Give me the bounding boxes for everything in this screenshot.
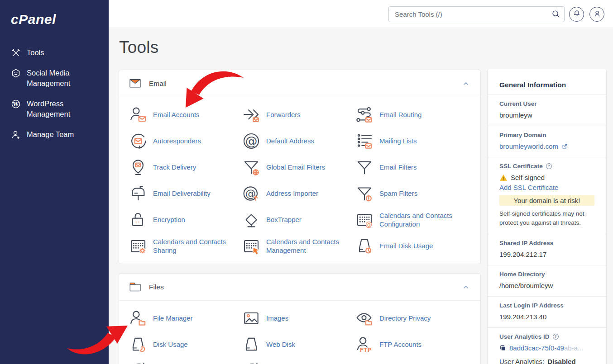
svg-text:?: ? [548, 164, 550, 168]
search-icon[interactable] [551, 9, 561, 19]
tool-item[interactable]: Global Email Filters [242, 154, 355, 180]
tool-link[interactable]: Forwarders [266, 110, 301, 119]
tool-link[interactable]: Directory Privacy [379, 314, 431, 323]
email-tools-grid: Email Accounts Forwarders Email Routing … [119, 97, 480, 259]
current-user-block: Current User broumleyw [488, 95, 606, 126]
tool-item[interactable] [242, 358, 355, 364]
notifications-button[interactable] [569, 7, 584, 22]
tool-item[interactable]: Disk Usage [129, 331, 242, 358]
tool-item[interactable]: Email Accounts [129, 102, 242, 128]
collapse-chevron-icon[interactable] [461, 79, 470, 88]
spam-filters-icon [355, 184, 374, 203]
tool-link[interactable]: Calendars and Contacts Sharing [153, 237, 237, 255]
tool-link[interactable]: Calendars and Contacts Management [266, 237, 350, 255]
primary-domain-label: Primary Domain [499, 132, 594, 138]
svg-text:?: ? [555, 335, 556, 339]
tool-item[interactable]: Email Filters [355, 154, 477, 180]
general-information-panel: General Information Current User broumle… [487, 69, 607, 364]
sidebar-item[interactable]: Tools [0, 43, 109, 63]
tool-link[interactable]: Images [266, 314, 288, 323]
general-information-title: General Information [488, 69, 606, 95]
tool-link[interactable]: Track Delivery [153, 163, 196, 172]
tool-link[interactable]: Web Disk [266, 340, 295, 349]
collapse-chevron-icon[interactable] [461, 283, 470, 292]
help-icon[interactable]: ? [552, 333, 559, 340]
tool-item[interactable] [129, 358, 242, 364]
home-directory-block: Home Directory /home/broumleyw [488, 265, 606, 296]
tool-item[interactable]: Mailing Lists [355, 128, 477, 154]
tool-link[interactable]: Disk Usage [153, 340, 188, 349]
tool-link[interactable]: Autoresponders [153, 137, 201, 146]
tool-item[interactable]: Autoresponders [129, 128, 242, 154]
topbar [109, 0, 613, 28]
search-input[interactable] [388, 6, 565, 22]
tool-link[interactable]: Encryption [153, 215, 185, 224]
primary-domain-link[interactable]: broumleyworld.com [499, 142, 558, 150]
tool-link[interactable]: Global Email Filters [266, 163, 325, 172]
partial-backup-icon [242, 361, 261, 364]
cpanel-logo[interactable]: cPanel [0, 0, 109, 27]
tool-item[interactable]: Calendars and Contacts Management [242, 233, 355, 259]
tool-link[interactable]: Email Routing [379, 110, 421, 119]
svg-text:W: W [13, 101, 19, 107]
tool-item[interactable]: Web Disk [242, 331, 355, 358]
web-disk-icon [242, 335, 261, 354]
svg-text:@: @ [365, 221, 372, 229]
tool-link[interactable]: Spam Filters [379, 189, 417, 198]
global-email-filters-icon [242, 158, 261, 177]
user-analytics-status-value: Disabled [547, 358, 576, 364]
add-ssl-certificate-link[interactable]: Add SSL Certificate [499, 184, 558, 191]
account-button[interactable] [589, 7, 604, 22]
user-icon [593, 9, 602, 20]
nav-tools-icon [11, 48, 21, 58]
sidebar: cPanel Tools Social Media Management W W… [0, 0, 109, 364]
tool-item[interactable]: Images [242, 305, 355, 331]
tool-item[interactable]: BoxTrapper [242, 207, 355, 233]
sidebar-item[interactable]: W WordPress Management [0, 94, 109, 124]
tool-item[interactable]: @ Address Importer [242, 180, 355, 207]
email-section-header[interactable]: Email [119, 70, 480, 97]
tool-link[interactable]: BoxTrapper [266, 215, 302, 224]
copy-icon[interactable] [499, 345, 506, 351]
tool-link[interactable]: Email Deliverability [153, 189, 211, 198]
tool-link[interactable]: Email Filters [379, 163, 417, 172]
help-icon[interactable]: ? [546, 163, 552, 170]
tool-item[interactable]: Calendars and Contacts Sharing [129, 233, 242, 259]
tool-link[interactable]: Email Accounts [153, 110, 200, 119]
tool-link[interactable]: File Manager [153, 314, 193, 323]
current-user-label: Current User [499, 100, 594, 107]
tool-link[interactable]: Mailing Lists [379, 137, 417, 146]
ssl-status-text: Self-signed [511, 174, 545, 181]
tool-item[interactable]: @ Default Address [242, 128, 355, 154]
user-analytics-id-value[interactable]: 8add3cac-75f0-49ab-a... [509, 344, 583, 352]
forwarders-icon [242, 105, 261, 124]
tool-item[interactable]: Email Routing [355, 102, 477, 128]
tool-item[interactable]: FTP FTP Accounts [355, 331, 477, 358]
files-section-header[interactable]: Files [119, 274, 480, 301]
tool-item[interactable] [355, 358, 477, 364]
external-link-icon[interactable] [561, 143, 568, 150]
tool-item[interactable]: Forwarders [242, 102, 355, 128]
tool-item[interactable]: @ Calendars and Contacts Configuration [355, 207, 477, 233]
primary-domain-block: Primary Domain broumleyworld.com [488, 126, 606, 157]
tool-item[interactable]: Email Disk Usage [355, 233, 477, 259]
autoresponders-icon [129, 132, 148, 151]
images-icon [242, 309, 261, 328]
tool-link[interactable]: Address Importer [266, 189, 318, 198]
tool-item[interactable]: Track Delivery [129, 154, 242, 180]
tool-link[interactable]: Default Address [266, 137, 314, 146]
tool-item[interactable]: Spam Filters [355, 180, 477, 207]
tool-item[interactable]: Directory Privacy [355, 305, 477, 331]
tool-item[interactable]: File Manager [129, 305, 242, 331]
bell-icon [572, 9, 581, 20]
nav-social-icon [11, 68, 21, 78]
tool-item[interactable]: Encryption [129, 207, 242, 233]
page-title: Tools [119, 38, 158, 57]
tool-link[interactable]: Calendars and Contacts Configuration [379, 211, 463, 229]
tool-link[interactable]: FTP Accounts [379, 340, 421, 349]
tool-link[interactable]: Email Disk Usage [379, 241, 433, 251]
sidebar-item[interactable]: Social Media Management [0, 63, 109, 94]
sidebar-item[interactable]: Manage Team [0, 124, 109, 145]
nav-team-icon [11, 130, 21, 140]
tool-item[interactable]: Email Deliverability [129, 180, 242, 207]
